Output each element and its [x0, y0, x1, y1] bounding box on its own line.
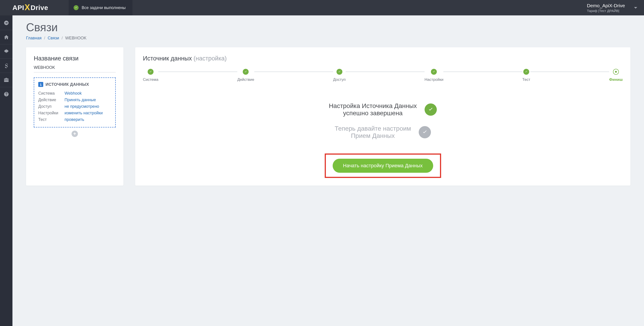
connection-name-title: Название связи — [34, 55, 116, 62]
add-button[interactable]: + — [72, 131, 78, 137]
kv-value[interactable]: Принять данные — [64, 98, 96, 102]
step-settings[interactable]: Настройки — [424, 69, 443, 82]
user-menu[interactable]: Demo_ApiX-Drive Тариф |Тест ДРАЙВ| — [587, 3, 625, 13]
data-source-title: Источник данных (настройка) — [143, 55, 227, 62]
enter-icon[interactable] — [4, 20, 9, 26]
next-status: Теперь давайте настроимПрием Данных — [335, 125, 431, 140]
tasks-status-label: Все задачи выполнены — [82, 6, 126, 10]
success-status: Настройка Источника Данныхуспешно заверш… — [329, 102, 437, 117]
chevron-down-icon[interactable] — [634, 7, 637, 8]
source-badge: 1 — [38, 82, 43, 87]
check-icon — [424, 104, 437, 116]
check-icon — [74, 5, 78, 10]
connection-name-card: Название связи WEBHOOK 1 ИСТОЧНИК ДАННЫХ… — [26, 47, 124, 186]
user-plan: Тариф |Тест ДРАЙВ| — [587, 9, 619, 13]
kv-value[interactable]: проверить — [64, 117, 84, 122]
check-icon — [419, 126, 431, 138]
breadcrumb-links[interactable]: Связи — [48, 36, 59, 40]
step-system[interactable]: Система — [143, 69, 158, 82]
step-test[interactable]: Тест — [522, 69, 530, 82]
wizard-steps: Система Действие Доступ Настройки Тест Ф… — [143, 69, 623, 82]
kv-key: Доступ — [38, 104, 64, 109]
highlight-frame: Начать настройку Приема Данных — [325, 154, 441, 178]
sitemap-icon[interactable] — [4, 48, 9, 54]
step-access[interactable]: Доступ — [333, 69, 346, 82]
help-icon[interactable] — [4, 91, 9, 97]
kv-key: Тест — [38, 117, 64, 122]
dollar-icon[interactable] — [4, 63, 9, 68]
home-icon[interactable] — [4, 34, 9, 40]
main-content: Связи Главная / Связи / WEBHOOK Название… — [12, 16, 644, 326]
kv-key: Настройки — [38, 111, 64, 116]
page-title: Связи — [26, 21, 630, 34]
breadcrumb-current: WEBHOOK — [65, 36, 86, 40]
kv-value[interactable]: изменить настройки — [64, 111, 103, 116]
breadcrumb-home[interactable]: Главная — [26, 36, 42, 40]
source-box: 1 ИСТОЧНИК ДАННЫХ СистемаWebhook Действи… — [34, 78, 116, 128]
kv-key: Система — [38, 91, 64, 96]
sidebar — [0, 16, 12, 326]
start-data-receive-button[interactable]: Начать настройку Приема Данных — [333, 159, 433, 173]
step-action[interactable]: Действие — [237, 69, 254, 82]
user-name: Demo_ApiX-Drive — [587, 3, 625, 8]
source-title: ИСТОЧНИК ДАННЫХ — [46, 82, 89, 87]
success-text: Настройка Источника Данныхуспешно заверш… — [329, 102, 417, 117]
kv-value[interactable]: не предусмотрено — [64, 104, 99, 109]
app-header: APIXDrive Все задачи выполнены Demo_ApiX… — [0, 0, 644, 16]
kv-value[interactable]: Webhook — [64, 91, 82, 96]
connection-name-input[interactable]: WEBHOOK — [34, 62, 116, 72]
logo[interactable]: APIXDrive — [12, 3, 48, 12]
next-text: Теперь давайте настроимПрием Данных — [335, 125, 411, 140]
breadcrumb: Главная / Связи / WEBHOOK — [26, 36, 630, 40]
tasks-status[interactable]: Все задачи выполнены — [68, 0, 132, 16]
kv-key: Действие — [38, 98, 64, 102]
data-source-card: Источник данных (настройка) Система Дейс… — [135, 47, 630, 186]
step-finish[interactable]: Финиш — [609, 69, 623, 82]
briefcase-icon[interactable] — [4, 77, 9, 83]
